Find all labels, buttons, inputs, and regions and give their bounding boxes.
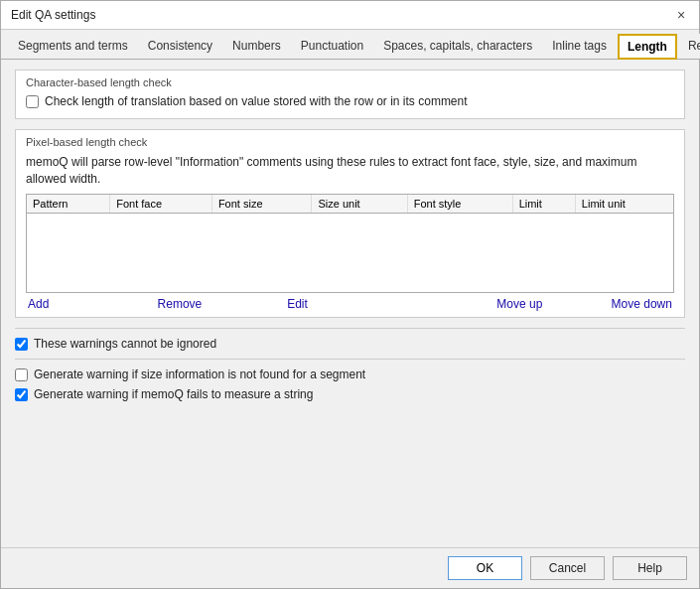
dialog-title: Edit QA settings (11, 8, 95, 22)
cancel-button[interactable]: Cancel (530, 556, 605, 580)
dialog: Edit QA settings × Segments and terms Co… (0, 0, 700, 589)
pixel-table-body (27, 213, 673, 292)
close-button[interactable]: × (673, 7, 689, 23)
fails-to-measure-row: Generate warning if memoQ fails to measu… (15, 387, 685, 401)
size-not-found-row: Generate warning if size information is … (15, 368, 685, 381)
add-link[interactable]: Add (26, 297, 156, 311)
fails-to-measure-checkbox[interactable] (15, 388, 28, 401)
tab-inline-tags[interactable]: Inline tags (543, 34, 616, 59)
cannot-be-ignored-checkbox[interactable] (15, 338, 28, 351)
table-actions: Add Remove Edit Move up Move down (26, 297, 674, 311)
header-row: Pattern Font face Font size Size unit Fo… (27, 195, 673, 214)
separator-2 (15, 359, 685, 360)
size-not-found-checkbox[interactable] (15, 368, 28, 381)
separator-1 (15, 328, 685, 329)
col-font-size: Font size (211, 195, 312, 214)
col-limit: Limit (512, 195, 575, 214)
col-size-unit: Size unit (312, 195, 407, 214)
ok-button[interactable]: OK (448, 556, 522, 580)
pixel-length-section: Pixel-based length check memoQ will pars… (15, 129, 685, 318)
col-font-face: Font face (110, 195, 212, 214)
cannot-be-ignored-row: These warnings cannot be ignored (15, 337, 685, 351)
edit-link[interactable]: Edit (285, 297, 415, 311)
char-check-checkbox[interactable] (26, 95, 39, 108)
tab-consistency[interactable]: Consistency (139, 34, 221, 59)
help-button[interactable]: Help (613, 556, 687, 580)
tab-regex[interactable]: Regex (679, 34, 700, 59)
tab-numbers[interactable]: Numbers (223, 34, 290, 59)
col-font-style: Font style (407, 195, 512, 214)
col-pattern: Pattern (27, 195, 110, 214)
cannot-be-ignored-label: These warnings cannot be ignored (34, 337, 216, 351)
main-content: Character-based length check Check lengt… (1, 60, 699, 547)
col-limit-unit: Limit unit (575, 195, 673, 214)
footer: OK Cancel Help (1, 547, 699, 588)
pixel-table-container: Pattern Font face Font size Size unit Fo… (26, 194, 674, 294)
pixel-info-text: memoQ will parse row-level "Information"… (26, 154, 674, 188)
remove-link[interactable]: Remove (156, 297, 286, 311)
char-check-label: Check length of translation based on val… (45, 94, 468, 108)
tab-spaces-capitals-characters[interactable]: Spaces, capitals, characters (374, 34, 541, 59)
tab-segments-and-terms[interactable]: Segments and terms (9, 34, 137, 59)
char-check-row: Check length of translation based on val… (26, 94, 674, 108)
tab-length[interactable]: Length (618, 34, 677, 60)
pixel-table: Pattern Font face Font size Size unit Fo… (27, 195, 673, 293)
tabs-bar: Segments and terms Consistency Numbers P… (1, 30, 699, 60)
tab-punctuation[interactable]: Punctuation (292, 34, 372, 59)
char-section-title: Character-based length check (26, 76, 674, 88)
move-up-link[interactable]: Move up (415, 297, 545, 311)
pixel-table-header: Pattern Font face Font size Size unit Fo… (27, 195, 673, 214)
empty-row (27, 213, 673, 292)
pixel-section-title: Pixel-based length check (26, 136, 674, 148)
char-length-section: Character-based length check Check lengt… (15, 70, 685, 119)
title-bar: Edit QA settings × (1, 1, 699, 30)
move-down-link[interactable]: Move down (544, 297, 674, 311)
fails-to-measure-label: Generate warning if memoQ fails to measu… (34, 387, 313, 401)
size-not-found-label: Generate warning if size information is … (34, 368, 365, 381)
